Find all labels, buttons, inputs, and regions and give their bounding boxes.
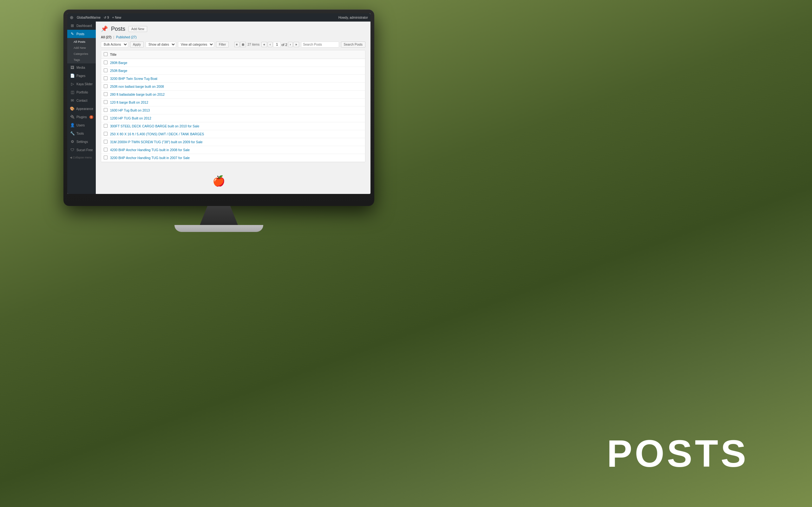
portfolio-icon: ◫	[70, 90, 75, 95]
site-name[interactable]: GlobalNetMarine	[77, 16, 101, 19]
tools-icon: 🔧	[70, 131, 75, 135]
last-page-button[interactable]: »	[293, 42, 299, 47]
prev-page-button[interactable]: ‹	[268, 42, 272, 47]
sidebar-item-tools[interactable]: 🔧 Tools	[67, 129, 96, 137]
submenu-tags[interactable]: Tags	[67, 57, 96, 63]
collapse-menu-button[interactable]: ◀ Collapse menu	[67, 154, 96, 161]
filter-all-link[interactable]: All (27)	[101, 36, 111, 39]
apple-logo-icon: 🍎	[212, 175, 225, 187]
sucuri-label: Sucuri Free	[77, 148, 93, 152]
submenu-all-posts[interactable]: All Posts	[67, 39, 96, 45]
row-checkbox[interactable]	[104, 60, 107, 64]
header-checkbox-cell	[104, 52, 110, 57]
search-posts-input[interactable]	[301, 42, 339, 48]
new-link[interactable]: + New	[112, 16, 121, 19]
table-row: 4200 BHP Anchor Handling TUG built in 20…	[101, 146, 365, 154]
add-new-button[interactable]: Add New	[129, 26, 147, 32]
sidebar-item-pages[interactable]: 📄 Pages	[67, 72, 96, 80]
sidebar-item-plugins[interactable]: 🔌 Plugins 5	[67, 113, 96, 121]
wp-logo-icon[interactable]: ⊕	[70, 15, 73, 20]
first-page-button[interactable]: «	[261, 42, 267, 47]
post-title-link[interactable]: 1600 HP Tug Built on 2013	[110, 108, 150, 112]
appearance-label: Appearance	[76, 107, 93, 111]
post-title-link[interactable]: 120 ft barge Built on 2012	[110, 101, 148, 104]
post-title-link[interactable]: 1200 HP TUG Built on 2012	[110, 116, 151, 120]
grid-view-button[interactable]: ⊞	[240, 42, 246, 47]
settings-label: Settings	[77, 140, 88, 144]
select-all-checkbox[interactable]	[104, 52, 107, 56]
search-posts-button[interactable]: Search Posts	[341, 42, 365, 48]
post-title-link[interactable]: 250ft Barge	[110, 69, 127, 72]
plugins-icon: 🔌	[70, 115, 75, 119]
posts-watermark: POSTS	[607, 432, 749, 475]
sidebar-item-kaya-slider[interactable]: ▷ Kaya Slider	[67, 80, 96, 88]
table-row: 250 X 80 X 16 ft / 5,400 (TONS) DWT / DE…	[101, 130, 365, 138]
dates-filter-select[interactable]: Show all dates	[146, 42, 176, 48]
page-number-input[interactable]	[273, 42, 281, 47]
row-checkbox[interactable]	[104, 140, 107, 144]
sidebar-item-contact[interactable]: ✉ Contact	[67, 96, 96, 105]
sidebar-item-dashboard[interactable]: ⊞ Dashboard	[67, 21, 96, 30]
posts-submenu: All Posts Add New Categories Tags	[67, 38, 96, 63]
post-title-link[interactable]: 3200 BHP Twin Screw Tug Boat	[110, 77, 157, 80]
pagination-controls: « ‹ of 2 › »	[261, 42, 299, 47]
row-checkbox[interactable]	[104, 116, 107, 120]
contact-label: Contact	[77, 99, 87, 102]
post-title-link[interactable]: 280 ft ballastable barge built on 2012	[110, 93, 165, 96]
sidebar-item-media[interactable]: 🖼 Media	[67, 63, 96, 72]
kaya-slider-label: Kaya Slider	[77, 82, 93, 86]
post-filter-tabs: All (27) | Published (27)	[101, 36, 365, 39]
post-title-link[interactable]: 300FT STEEL DECK CARGO BARGE built on 20…	[110, 124, 199, 128]
post-title-link[interactable]: 4200 BHP Anchor Handling TUG built in 20…	[110, 148, 190, 152]
sidebar-item-portfolio[interactable]: ◫ Portfolio	[67, 88, 96, 96]
contact-icon: ✉	[70, 98, 75, 103]
table-row: 280 ft ballastable barge built on 2012	[101, 91, 365, 99]
row-checkbox[interactable]	[104, 76, 107, 80]
list-view-button[interactable]: ≡	[235, 42, 240, 47]
updates-link[interactable]: ↺ 9	[104, 16, 109, 19]
page-title-icon: 📌	[101, 25, 108, 32]
updates-count: 9	[107, 16, 109, 19]
table-row: 1600 HP Tug Built on 2013	[101, 107, 365, 114]
pages-label: Pages	[77, 74, 85, 78]
row-checkbox[interactable]	[104, 68, 107, 72]
row-checkbox[interactable]	[104, 84, 107, 88]
bulk-actions-select[interactable]: Bulk Actions	[101, 42, 128, 48]
next-page-button[interactable]: ›	[288, 42, 293, 47]
table-toolbar: Bulk Actions Apply Show all dates View a…	[101, 42, 365, 48]
sidebar-item-settings[interactable]: ⚙ Settings	[67, 137, 96, 146]
filter-published-link[interactable]: Published (27)	[116, 36, 137, 39]
table-row: 31M 2000H P TWIN SCREW TUG ("38") built …	[101, 138, 365, 146]
media-icon: 🖼	[70, 65, 75, 70]
categories-filter-select[interactable]: View all categories	[178, 42, 214, 48]
sidebar-item-users[interactable]: 👤 Users	[67, 121, 96, 129]
collapse-label: Collapse menu	[73, 156, 92, 159]
row-checkbox[interactable]	[104, 124, 107, 128]
post-title-link[interactable]: 3200 BHP Anchor Handling TUG built in 20…	[110, 156, 190, 160]
tools-label: Tools	[77, 132, 84, 135]
sidebar-item-appearance[interactable]: 🎨 Appearance	[67, 105, 96, 113]
sidebar-item-posts[interactable]: ✎ Posts	[67, 30, 96, 38]
collapse-icon: ◀	[70, 156, 72, 159]
post-title-link[interactable]: 31M 2000H P TWIN SCREW TUG ("38") built …	[110, 140, 203, 144]
row-checkbox[interactable]	[104, 100, 107, 104]
sidebar-item-sucuri[interactable]: 🛡 Sucuri Free	[67, 146, 96, 154]
submenu-add-new[interactable]: Add New	[67, 45, 96, 51]
row-checkbox[interactable]	[104, 108, 107, 112]
row-checkbox[interactable]	[104, 132, 107, 135]
post-title-link[interactable]: 250 X 80 X 16 ft / 5,400 (TONS) DWT / DE…	[110, 132, 204, 136]
row-checkbox[interactable]	[104, 148, 107, 152]
apply-button[interactable]: Apply	[130, 42, 144, 48]
admin-bar: ⊕ GlobalNetMarine ↺ 9 + New Howdy, admin…	[67, 13, 370, 21]
submenu-categories[interactable]: Categories	[67, 51, 96, 57]
dashboard-label: Dashboard	[77, 24, 92, 27]
row-checkbox[interactable]	[104, 156, 107, 159]
row-checkbox[interactable]	[104, 92, 107, 96]
monitor-neck	[200, 206, 238, 225]
updates-icon: ↺	[104, 16, 106, 19]
table-row: 3200 BHP Anchor Handling TUG built in 20…	[101, 154, 365, 162]
post-title-link[interactable]: 280ft Barge	[110, 61, 127, 65]
page-of: of 2	[281, 43, 287, 47]
filter-button[interactable]: Filter	[216, 42, 229, 48]
post-title-link[interactable]: 250ft non ballast barge built on 2008	[110, 84, 164, 89]
